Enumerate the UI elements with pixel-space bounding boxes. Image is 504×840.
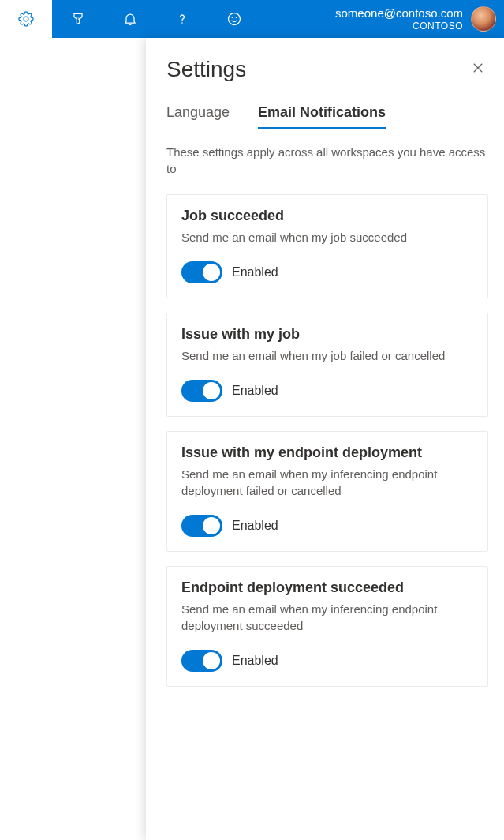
avatar[interactable] [471, 6, 496, 32]
help-icon-button[interactable] [156, 0, 208, 38]
svg-point-0 [181, 22, 183, 24]
card-issue-job: Issue with my job Send me an email when … [166, 313, 488, 417]
card-desc: Send me an email when my inferencing end… [181, 601, 473, 634]
topbar: someone@contoso.com CONTOSO [0, 0, 504, 38]
card-desc: Send me an email when my inferencing end… [181, 466, 473, 499]
card-desc: Send me an email when my job failed or c… [181, 347, 473, 364]
toggle-row: Enabled [181, 380, 473, 402]
notifications-icon-button[interactable] [104, 0, 156, 38]
toggle-knob [203, 264, 220, 281]
feedback-icon-button[interactable] [208, 0, 260, 38]
toggle-row: Enabled [181, 515, 473, 537]
card-desc: Send me an email when my job succeeded [181, 229, 473, 246]
card-title: Endpoint deployment succeeded [181, 579, 473, 596]
svg-point-3 [236, 17, 237, 19]
tab-language[interactable]: Language [166, 104, 230, 129]
account-org: CONTOSO [335, 21, 463, 32]
toggle-issue-endpoint[interactable] [181, 515, 222, 537]
svg-point-1 [229, 13, 241, 25]
toggle-issue-job[interactable] [181, 380, 222, 402]
toggle-label: Enabled [232, 519, 278, 533]
panel-title: Settings [166, 57, 246, 82]
toggle-knob [203, 652, 220, 669]
toggle-row: Enabled [181, 650, 473, 672]
toggle-knob [203, 517, 220, 534]
toggle-knob [203, 382, 220, 399]
smiley-icon [226, 11, 242, 27]
card-title: Job succeeded [181, 208, 473, 224]
card-job-succeeded: Job succeeded Send me an email when my j… [166, 194, 488, 298]
toggle-label: Enabled [232, 265, 278, 279]
diagnostics-icon [70, 11, 86, 27]
tab-description: These settings apply across all workspac… [166, 144, 488, 177]
toggle-label: Enabled [232, 654, 278, 668]
account-email: someone@contoso.com [335, 6, 463, 21]
close-icon [471, 61, 485, 75]
account-area[interactable]: someone@contoso.com CONTOSO [335, 6, 504, 32]
diagnostics-icon-button[interactable] [52, 0, 104, 38]
bell-icon [122, 11, 138, 27]
question-icon [174, 11, 190, 27]
tab-email-notifications[interactable]: Email Notifications [258, 104, 386, 129]
panel-header: Settings [166, 57, 488, 82]
toggle-row: Enabled [181, 261, 473, 283]
card-title: Issue with my job [181, 326, 473, 343]
settings-panel: Settings Language Email Notifications Th… [146, 38, 504, 840]
card-issue-endpoint: Issue with my endpoint deployment Send m… [166, 431, 488, 552]
card-title: Issue with my endpoint deployment [181, 444, 473, 461]
toggle-job-succeeded[interactable] [181, 261, 222, 283]
toggle-endpoint-succeeded[interactable] [181, 650, 222, 672]
card-endpoint-succeeded: Endpoint deployment succeeded Send me an… [166, 566, 488, 687]
tabs: Language Email Notifications [166, 104, 488, 129]
close-button[interactable] [468, 58, 488, 81]
account-info: someone@contoso.com CONTOSO [335, 6, 463, 32]
gear-icon [18, 11, 34, 27]
svg-point-2 [232, 17, 233, 19]
toggle-label: Enabled [232, 384, 278, 398]
topbar-left [0, 0, 260, 38]
settings-icon-button[interactable] [0, 0, 52, 38]
